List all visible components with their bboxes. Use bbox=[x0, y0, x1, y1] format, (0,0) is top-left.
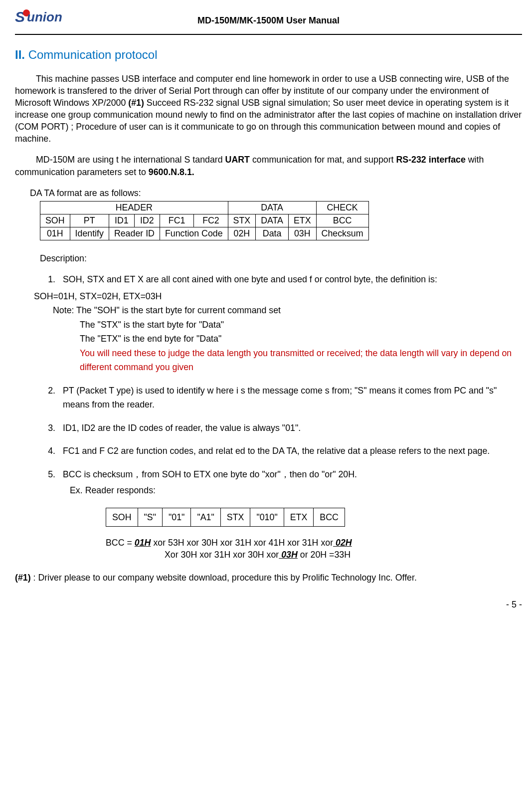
item1-details: SOH=01H, STX=02H, ETX=03H Note: The "SOH… bbox=[53, 289, 522, 375]
cell-pt: PT bbox=[70, 214, 109, 227]
item1-note-soh: Note: The "SOH" is the start byte for cu… bbox=[53, 303, 522, 317]
list-item: FC1 and F C2 are function codes, and rel… bbox=[58, 444, 522, 458]
section-heading: II. Communication protocol bbox=[15, 47, 522, 63]
p2-a: MD-150M are using t he international S t… bbox=[36, 155, 225, 165]
format-label: DA TA format are as follows: bbox=[30, 187, 522, 199]
cell-soh: SOH bbox=[40, 214, 70, 227]
ex-soh: SOH bbox=[106, 508, 138, 526]
cell-etx: ETX bbox=[288, 214, 316, 227]
cell-02h: 02H bbox=[228, 227, 256, 240]
item5-example-label: Ex. Reader responds: bbox=[70, 483, 522, 497]
item1-note-stx: The "STX" is the start byte for "Data" bbox=[80, 318, 522, 332]
list-item: PT (Packet T ype) is used to identify w … bbox=[58, 384, 522, 412]
ex-a1: "A1" bbox=[191, 508, 220, 526]
ex-010: "010" bbox=[250, 508, 284, 526]
heading-roman: II. bbox=[15, 48, 25, 61]
bcc-mid1: xor 53H xor 30H xor 31H xor 41H xor 31H … bbox=[151, 538, 333, 548]
example-response-table: SOH "S" "01" "A1" STX "010" ETX BCC bbox=[106, 508, 345, 527]
item1-defs: SOH=01H, STX=02H, ETX=03H bbox=[34, 289, 522, 303]
hdr-check: CHECK bbox=[316, 201, 368, 214]
ex-stx: STX bbox=[220, 508, 250, 526]
footnote-ref: (#1) bbox=[15, 573, 31, 583]
bcc-02h: 02H bbox=[333, 538, 352, 548]
cell-03h: 03H bbox=[288, 227, 316, 240]
p2-rs232: RS-232 interface bbox=[396, 155, 465, 165]
logo: S union bbox=[15, 7, 62, 27]
list-item: ID1, ID2 are the ID codes of reader, the… bbox=[58, 421, 522, 435]
cell-id2: ID2 bbox=[134, 214, 160, 227]
table-row: SOH "S" "01" "A1" STX "010" ETX BCC bbox=[106, 508, 345, 526]
bcc-line2b: or 20H =33H bbox=[298, 550, 351, 560]
page-header: S union MD-150M/MK-1500M User Manual bbox=[15, 10, 522, 35]
header-title: MD-150M/MK-1500M User Manual bbox=[197, 11, 340, 26]
item1-red-text: You will need these to judge the data le… bbox=[80, 348, 512, 372]
footnote-text: : Driver please to our company website d… bbox=[31, 573, 417, 583]
cell-data: DATA bbox=[256, 214, 289, 227]
ex-bcc: BCC bbox=[314, 508, 345, 526]
item1-main: SOH, STX and ET X are all cont ained wit… bbox=[63, 274, 437, 284]
hdr-header: HEADER bbox=[40, 201, 228, 214]
logo-letter-s: S bbox=[15, 7, 25, 27]
cell-id1: ID1 bbox=[109, 214, 134, 227]
table-row: SOH PT ID1 ID2 FC1 FC2 STX DATA ETX BCC bbox=[40, 214, 369, 227]
data-format-table: HEADER DATA CHECK SOH PT ID1 ID2 FC1 FC2… bbox=[40, 201, 369, 240]
cell-fc2: FC2 bbox=[194, 214, 228, 227]
list-item: SOH, STX and ET X are all cont ained wit… bbox=[58, 272, 522, 375]
cell-identify: Identify bbox=[70, 227, 109, 240]
bcc-prefix: BCC = bbox=[106, 538, 135, 548]
cell-readerid: Reader ID bbox=[109, 227, 160, 240]
ex-s: "S" bbox=[138, 508, 162, 526]
cell-checksum: Checksum bbox=[316, 227, 368, 240]
p2-uart: UART bbox=[225, 155, 250, 165]
table-row: 01H Identify Reader ID Function Code 02H… bbox=[40, 227, 369, 240]
page-number: - 5 - bbox=[15, 599, 522, 610]
cell-data2: Data bbox=[256, 227, 289, 240]
cell-funccode: Function Code bbox=[160, 227, 228, 240]
footnote: (#1) : Driver please to our company webs… bbox=[15, 572, 522, 584]
item5-text: BCC is checksum，from SOH to ETX one byte… bbox=[63, 469, 357, 479]
p2-b: communication for mat, and support bbox=[250, 155, 396, 165]
p2-params: 9600.N.8.1. bbox=[149, 167, 194, 177]
hdr-data: DATA bbox=[228, 201, 316, 214]
item1-red-note: You will need these to judge the data le… bbox=[80, 346, 522, 375]
list-item: BCC is checksum，from SOH to ETX one byte… bbox=[58, 467, 522, 498]
bcc-calc-line1: BCC = 01H xor 53H xor 30H xor 31H xor 41… bbox=[106, 537, 522, 549]
cell-bcc: BCC bbox=[316, 214, 368, 227]
bcc-01h: 01H bbox=[135, 538, 151, 548]
description-list: SOH, STX and ET X are all cont ained wit… bbox=[40, 272, 522, 498]
intro-paragraph-2: MD-150M are using t he international S t… bbox=[15, 154, 522, 178]
description-label: Description: bbox=[40, 252, 522, 264]
cell-01h: 01H bbox=[40, 227, 70, 240]
intro-paragraph-1: This machine passes USB interface and co… bbox=[15, 73, 522, 145]
bcc-line2a: Xor 30H xor 31H xor 30H xor bbox=[165, 550, 279, 560]
item2-text: PT (Packet T ype) is used to identify w … bbox=[63, 386, 497, 409]
table-row: HEADER DATA CHECK bbox=[40, 201, 369, 214]
bcc-03h: 03H bbox=[279, 550, 298, 560]
item1-note-etx: The "ETX" is the end byte for "Data" bbox=[80, 332, 522, 346]
heading-text: Communication protocol bbox=[28, 48, 158, 61]
p1-ref: (#1) bbox=[128, 98, 144, 108]
item3-text: ID1, ID2 are the ID codes of reader, the… bbox=[63, 423, 301, 433]
cell-stx: STX bbox=[228, 214, 256, 227]
logo-text-union: union bbox=[27, 8, 62, 26]
cell-fc1: FC1 bbox=[160, 214, 193, 227]
bcc-calc-line2: Xor 30H xor 31H xor 30H xor 03H or 20H =… bbox=[165, 549, 522, 561]
ex-01: "01" bbox=[163, 508, 191, 526]
item4-text: FC1 and F C2 are function codes, and rel… bbox=[63, 446, 490, 456]
ex-etx: ETX bbox=[284, 508, 314, 526]
